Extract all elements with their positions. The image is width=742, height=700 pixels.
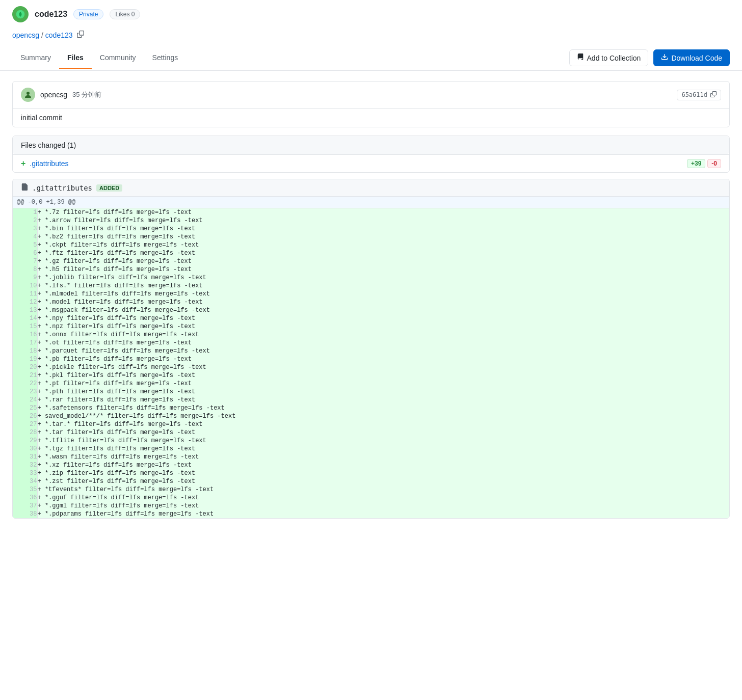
diff-table: 1 + *.7z filter=lfs diff=lfs merge=lfs -… — [13, 208, 729, 518]
diff-content: @@ -0,0 +1,39 @@ 1 + *.7z filter=lfs dif… — [13, 197, 729, 518]
line-content: + *.parquet filter=lfs diff=lfs merge=lf… — [37, 347, 729, 355]
table-row: 30 + *.tgz filter=lfs diff=lfs merge=lfs… — [13, 445, 729, 453]
breadcrumb-repo[interactable]: code123 — [45, 31, 73, 39]
line-content: + *.xz filter=lfs diff=lfs merge=lfs -te… — [37, 461, 729, 469]
line-content: + *.onnx filter=lfs diff=lfs merge=lfs -… — [37, 331, 729, 339]
diff-badges: +39 -0 — [687, 159, 721, 168]
line-content: + *.model filter=lfs diff=lfs merge=lfs … — [37, 298, 729, 306]
line-content: + *.joblib filter=lfs diff=lfs merge=lfs… — [37, 274, 729, 282]
tab-community[interactable]: Community — [92, 47, 144, 69]
line-number: 7 — [13, 257, 37, 265]
line-content: + *.ot filter=lfs diff=lfs merge=lfs -te… — [37, 339, 729, 347]
copy-icon[interactable] — [77, 31, 84, 39]
download-code-label: Download Code — [671, 54, 722, 62]
table-row: 16 + *.onnx filter=lfs diff=lfs merge=lf… — [13, 331, 729, 339]
line-content: + *.7z filter=lfs diff=lfs merge=lfs -te… — [37, 208, 729, 217]
diff-remove-badge: -0 — [707, 159, 721, 168]
diff-file-header: .gitattributes ADDED — [13, 179, 729, 197]
table-row: 28 + *.tar filter=lfs diff=lfs merge=lfs… — [13, 428, 729, 437]
tab-files[interactable]: Files — [59, 47, 92, 69]
tabs-left: Summary Files Community Settings — [12, 47, 186, 69]
line-number: 5 — [13, 241, 37, 249]
tab-settings[interactable]: Settings — [144, 47, 187, 69]
download-code-button[interactable]: Download Code — [653, 49, 730, 66]
table-row: 9 + *.joblib filter=lfs diff=lfs merge=l… — [13, 274, 729, 282]
table-row: 33 + *.zip filter=lfs diff=lfs merge=lfs… — [13, 469, 729, 477]
add-to-collection-label: Add to Collection — [587, 54, 641, 62]
table-row: 13 + *.msgpack filter=lfs diff=lfs merge… — [13, 306, 729, 314]
line-content: + *.pdparams filter=lfs diff=lfs merge=l… — [37, 510, 729, 518]
table-row: 36 + *.gguf filter=lfs diff=lfs merge=lf… — [13, 494, 729, 502]
diff-context: @@ -0,0 +1,39 @@ — [13, 197, 729, 208]
file-row-left: + .gitattributes — [21, 159, 69, 168]
line-content: + *.pkl filter=lfs diff=lfs merge=lfs -t… — [37, 371, 729, 380]
line-content: + *.ftz filter=lfs diff=lfs merge=lfs -t… — [37, 249, 729, 257]
add-to-collection-button[interactable]: Add to Collection — [569, 49, 649, 66]
commit-meta-left: opencsg 35 分钟前 — [21, 88, 101, 102]
repo-logo — [12, 6, 29, 22]
line-content: + *.npz filter=lfs diff=lfs merge=lfs -t… — [37, 322, 729, 331]
line-number: 2 — [13, 217, 37, 225]
line-number: 38 — [13, 510, 37, 518]
line-content: + *.tgz filter=lfs diff=lfs merge=lfs -t… — [37, 445, 729, 453]
line-number: 25 — [13, 404, 37, 412]
table-row: 7 + *.gz filter=lfs diff=lfs merge=lfs -… — [13, 257, 729, 265]
line-content: + *.tar filter=lfs diff=lfs merge=lfs -t… — [37, 428, 729, 437]
line-content: + *.zip filter=lfs diff=lfs merge=lfs -t… — [37, 469, 729, 477]
line-number: 35 — [13, 486, 37, 494]
line-content: + *.npy filter=lfs diff=lfs merge=lfs -t… — [37, 314, 729, 322]
table-row: 5 + *.ckpt filter=lfs diff=lfs merge=lfs… — [13, 241, 729, 249]
table-row: 22 + *.pt filter=lfs diff=lfs merge=lfs … — [13, 380, 729, 388]
line-content: + *.gz filter=lfs diff=lfs merge=lfs -te… — [37, 257, 729, 265]
file-name[interactable]: .gitattributes — [30, 159, 68, 168]
table-row: 6 + *.ftz filter=lfs diff=lfs merge=lfs … — [13, 249, 729, 257]
line-number: 10 — [13, 282, 37, 290]
copy-hash-icon[interactable] — [710, 91, 717, 99]
table-row: 10 + *.lfs.* filter=lfs diff=lfs merge=l… — [13, 282, 729, 290]
line-content: + *.h5 filter=lfs diff=lfs merge=lfs -te… — [37, 265, 729, 274]
commit-block: opencsg 35 分钟前 65a611d initial commit — [12, 81, 730, 127]
table-row: 23 + *.pth filter=lfs diff=lfs merge=lfs… — [13, 388, 729, 396]
line-content: + *.tar.* filter=lfs diff=lfs merge=lfs … — [37, 420, 729, 428]
line-number: 36 — [13, 494, 37, 502]
line-number: 33 — [13, 469, 37, 477]
table-row: 20 + *.pickle filter=lfs diff=lfs merge=… — [13, 363, 729, 371]
diff-add-badge: +39 — [687, 159, 705, 168]
commit-hash: 65a611d — [677, 90, 721, 100]
line-number: 27 — [13, 420, 37, 428]
line-content: + *.pt filter=lfs diff=lfs merge=lfs -te… — [37, 380, 729, 388]
table-row: 25 + *.safetensors filter=lfs diff=lfs m… — [13, 404, 729, 412]
table-row: 26 + saved_model/**/* filter=lfs diff=lf… — [13, 412, 729, 420]
table-row: 1 + *.7z filter=lfs diff=lfs merge=lfs -… — [13, 208, 729, 217]
line-number: 9 — [13, 274, 37, 282]
line-content: + *.pickle filter=lfs diff=lfs merge=lfs… — [37, 363, 729, 371]
table-row: 35 + *tfevents* filter=lfs diff=lfs merg… — [13, 486, 729, 494]
svg-point-1 — [26, 92, 30, 95]
likes-badge: Likes 0 — [110, 9, 140, 19]
line-content: + *.msgpack filter=lfs diff=lfs merge=lf… — [37, 306, 729, 314]
files-changed-header: Files changed (1) — [13, 136, 729, 154]
line-content: + *.gguf filter=lfs diff=lfs merge=lfs -… — [37, 494, 729, 502]
line-number: 18 — [13, 347, 37, 355]
table-row: 21 + *.pkl filter=lfs diff=lfs merge=lfs… — [13, 371, 729, 380]
table-row: 8 + *.h5 filter=lfs diff=lfs merge=lfs -… — [13, 265, 729, 274]
line-content: + *.rar filter=lfs diff=lfs merge=lfs -t… — [37, 396, 729, 404]
diff-block: .gitattributes ADDED @@ -0,0 +1,39 @@ 1 … — [12, 179, 730, 519]
line-content: + *.bin filter=lfs diff=lfs merge=lfs -t… — [37, 225, 729, 233]
breadcrumb-org[interactable]: opencsg — [12, 31, 39, 39]
table-row: 31 + *.wasm filter=lfs diff=lfs merge=lf… — [13, 453, 729, 461]
line-number: 34 — [13, 477, 37, 486]
line-number: 11 — [13, 290, 37, 298]
table-row: 14 + *.npy filter=lfs diff=lfs merge=lfs… — [13, 314, 729, 322]
download-icon — [661, 53, 668, 62]
commit-meta: opencsg 35 分钟前 65a611d — [13, 82, 729, 108]
files-changed-bar: Files changed (1) + .gitattributes +39 -… — [12, 136, 730, 173]
tab-summary[interactable]: Summary — [12, 47, 59, 69]
line-content: + *.tflite filter=lfs diff=lfs merge=lfs… — [37, 437, 729, 445]
line-number: 12 — [13, 298, 37, 306]
line-number: 1 — [13, 208, 37, 217]
repo-name: code123 — [35, 10, 67, 19]
line-content: + *.arrow filter=lfs diff=lfs merge=lfs … — [37, 217, 729, 225]
table-row: 11 + *.mlmodel filter=lfs diff=lfs merge… — [13, 290, 729, 298]
line-number: 14 — [13, 314, 37, 322]
